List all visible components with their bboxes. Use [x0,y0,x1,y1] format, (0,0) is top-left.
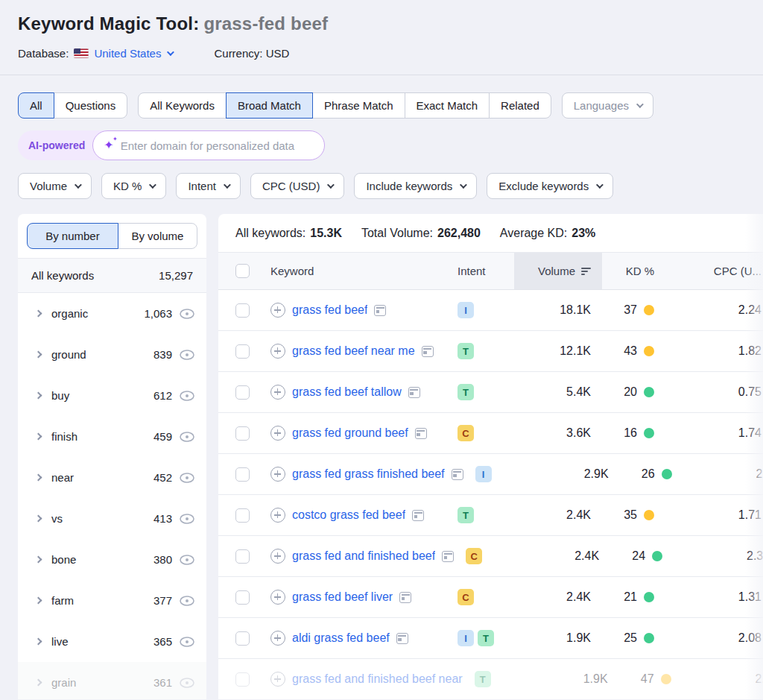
intent-filter-dropdown[interactable]: Intent [176,173,241,199]
keyword-link[interactable]: grass fed beef liver [292,590,393,604]
domain-input[interactable] [121,139,311,152]
keyword-link[interactable]: grass fed and finished beef [292,549,435,563]
cpc-value: 1.74 [677,426,763,440]
eye-icon[interactable] [180,391,194,401]
serp-icon[interactable] [412,510,424,521]
column-header-kd[interactable]: KD % [602,253,677,289]
cpc-value: 1.71 [677,508,763,522]
row-checkbox[interactable] [235,426,250,441]
eye-icon[interactable] [180,637,194,647]
serp-icon[interactable] [396,633,408,644]
keyword-link[interactable]: grass fed grass finished beef [292,467,445,481]
row-checkbox[interactable] [235,385,250,400]
serp-icon[interactable] [415,428,427,439]
chevron-right-icon [35,474,42,482]
keyword-link[interactable]: grass fed beef [292,303,367,317]
tab-phrase-match[interactable]: Phrase Match [312,92,405,119]
serp-icon[interactable] [408,387,420,398]
group-item-finish[interactable]: finish 459 [18,416,206,457]
eye-icon[interactable] [180,596,194,606]
keyword-link[interactable]: grass fed beef near me [292,344,415,358]
row-checkbox[interactable] [235,590,250,605]
column-header-keyword[interactable]: Keyword [260,253,446,289]
volume-value: 2.4K [514,590,602,604]
group-item-buy[interactable]: buy 612 [18,375,206,416]
add-keyword-icon[interactable] [270,672,285,687]
kd-filter-dropdown[interactable]: KD % [101,173,166,199]
chevron-down-icon [167,48,174,56]
group-item-live[interactable]: live 365 [18,621,206,662]
cpc-filter-dropdown[interactable]: CPC (USD) [250,173,345,199]
add-keyword-icon[interactable] [270,426,285,441]
content-area: By number By volume All keywords 15,297 … [18,214,763,699]
eye-icon[interactable] [180,350,194,360]
column-header-cpc[interactable]: CPC (U... [677,253,763,289]
tab-broad-match[interactable]: Broad Match [226,92,313,119]
add-keyword-icon[interactable] [270,385,285,400]
group-item-grain[interactable]: grain 361 [18,662,206,700]
add-keyword-icon[interactable] [270,549,285,564]
group-item-ground[interactable]: ground 839 [18,334,206,375]
row-checkbox[interactable] [235,508,250,523]
tab-all-keywords[interactable]: All Keywords [138,92,227,119]
volume-value: 1.9K [514,631,602,645]
row-checkbox[interactable] [235,631,250,646]
row-checkbox[interactable] [235,467,250,482]
row-checkbox[interactable] [235,344,250,359]
table-row: grass fed beef I 18.1K 37 2.24 [218,290,763,331]
database-selector[interactable]: United States [94,47,172,60]
chevron-right-icon [35,638,42,646]
add-keyword-icon[interactable] [270,508,285,523]
volume-filter-dropdown[interactable]: Volume [18,173,92,199]
all-keywords-row[interactable]: All keywords 15,297 [18,258,206,293]
serp-icon[interactable] [399,592,411,603]
group-item-organic[interactable]: organic 1,063 [18,293,206,334]
row-checkbox[interactable] [235,672,250,687]
by-volume-tab[interactable]: By volume [118,223,197,249]
eye-icon[interactable] [180,555,194,565]
serp-icon[interactable] [374,305,386,316]
group-count: 365 [153,635,172,648]
add-keyword-icon[interactable] [270,631,285,646]
keyword-link[interactable]: grass fed and finished beef near [292,672,463,686]
group-item-farm[interactable]: farm 377 [18,580,206,621]
table-header-row: Keyword Intent Volume KD % CPC (U... [218,253,763,290]
kd-cell: 25 [602,631,677,645]
add-keyword-icon[interactable] [270,590,285,605]
serp-icon[interactable] [452,469,463,480]
cpc-value: 1.82 [677,344,763,358]
kd-value: 25 [624,631,637,645]
keyword-link[interactable]: costco grass fed beef [292,508,405,522]
serp-icon[interactable] [442,551,454,562]
include-keywords-dropdown[interactable]: Include keywords [354,173,477,199]
add-keyword-icon[interactable] [270,303,285,318]
column-header-volume[interactable]: Volume [514,253,602,289]
page-header: Keyword Magic Tool:grass-fed beef Databa… [0,0,763,75]
row-checkbox[interactable] [235,303,250,318]
exclude-keywords-dropdown[interactable]: Exclude keywords [487,173,613,199]
tab-exact-match[interactable]: Exact Match [405,92,490,119]
by-number-tab[interactable]: By number [27,223,118,249]
keyword-link[interactable]: grass fed ground beef [292,426,408,440]
chevron-right-icon [35,392,42,400]
tab-all[interactable]: All [18,92,54,119]
column-header-intent[interactable]: Intent [446,253,514,289]
keyword-link[interactable]: grass fed beef tallow [292,385,402,399]
eye-icon[interactable] [180,309,194,319]
add-keyword-icon[interactable] [270,467,285,482]
row-checkbox[interactable] [235,549,250,564]
select-all-checkbox[interactable] [235,264,250,278]
eye-icon[interactable] [180,514,194,524]
add-keyword-icon[interactable] [270,344,285,359]
group-item-vs[interactable]: vs 413 [18,498,206,539]
group-item-bone[interactable]: bone 380 [18,539,206,580]
languages-dropdown[interactable]: Languages [562,92,653,119]
group-item-near[interactable]: near 452 [18,457,206,498]
keyword-link[interactable]: aldi grass fed beef [292,631,390,645]
serp-icon[interactable] [422,346,434,357]
eye-icon[interactable] [180,432,194,442]
tab-questions[interactable]: Questions [54,92,128,119]
eye-icon[interactable] [180,473,194,483]
tab-related[interactable]: Related [489,92,551,119]
eye-icon[interactable] [180,678,194,688]
